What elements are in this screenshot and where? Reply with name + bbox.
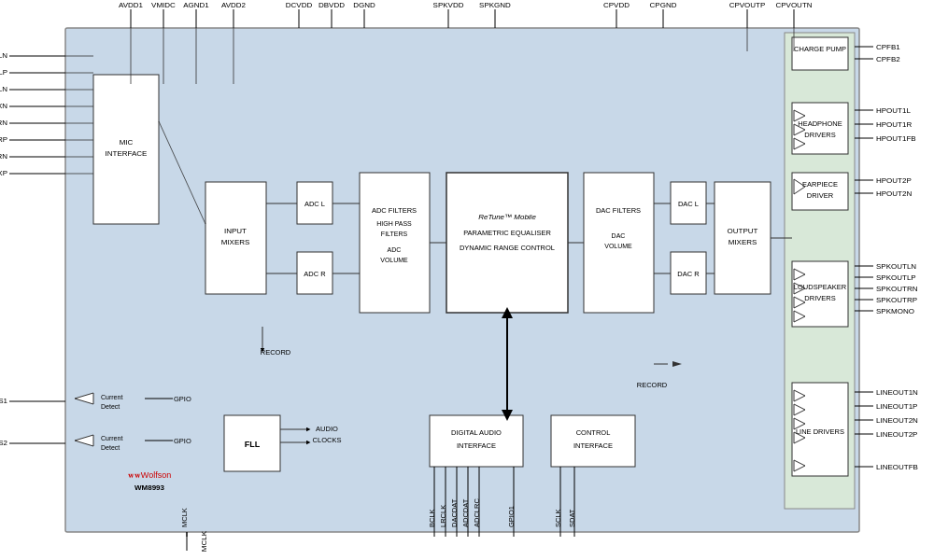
pin-in2lp: IN2LP/VRXN [0, 102, 7, 110]
gpio1-label: GPIO [174, 395, 191, 403]
pin-lineout1p: LINEOUT1P [876, 402, 917, 411]
dai-label: DIGITAL AUDIO [451, 428, 502, 437]
current-detect-2-label: Current [101, 435, 122, 441]
block-diagram: AVDD1 VMIDC AGND1 AVDD2 DCVDD DBVDD DGND… [0, 0, 934, 560]
dac-r-label: DAC R [677, 270, 700, 278]
pin-vmidc: VMIDC [151, 1, 176, 9]
pin-bclk: BCLK [428, 509, 436, 527]
pin-dacdat: DACDAT [450, 498, 459, 527]
pin-hpout2n: HPOUT2N [876, 189, 912, 198]
pin-spkvdd: SPKVDD [433, 1, 464, 9]
pin-hpout1l: HPOUT1L [876, 106, 911, 115]
pin-sclk: SCLK [554, 509, 562, 527]
current-detect-1-label2: Detect [101, 403, 120, 410]
pin-micbias2: MICBIAS2 [0, 439, 8, 447]
current-detect-1-label: Current [101, 394, 122, 400]
pin-in2rn: IN2RN [0, 152, 7, 161]
adc-r-label: ADC R [304, 270, 326, 278]
input-mixers-label: INPUT [224, 227, 247, 235]
dac-volume-label: DAC [612, 232, 626, 239]
audio-clocks-label2: CLOCKS [313, 436, 342, 444]
pin-cpvoutn: CPVOUTN [775, 1, 812, 9]
pin-agnd1: AGND1 [183, 1, 209, 9]
svg-rect-29 [446, 173, 568, 313]
pin-spkgnd: SPKGND [479, 1, 511, 9]
adc-volume-label: ADC [388, 246, 402, 253]
wolfson-logo: 𝐰𝐰Wolfson [128, 470, 171, 480]
pin-lineout2n: LINEOUT2N [876, 416, 918, 425]
pin-lineout1n: LINEOUT1N [876, 388, 918, 397]
adc-l-label: ADC L [304, 200, 325, 208]
pin-spkoutrn: SPKOUTRN [876, 285, 918, 293]
record-label-left: RECORD [261, 348, 291, 357]
pin-adcdat: ADCDAT [461, 498, 470, 527]
pin-cpvoutp: CPVOUTP [729, 1, 766, 9]
current-detect-2-label2: Detect [101, 444, 120, 451]
hpf-label2: FILTERS [381, 231, 408, 237]
adc-filters-label: ADC FILTERS [372, 206, 417, 215]
output-mixers-label: OUTPUT [728, 227, 758, 235]
pin-adclrc: ADCLRC [473, 498, 481, 527]
pin-spkmono: SPKMONO [876, 307, 914, 315]
spk-drivers-label2: DRIVERS [804, 294, 835, 302]
audio-clocks-label: AUDIO [316, 425, 338, 433]
pin-cpfb1: CPFB1 [876, 43, 900, 51]
earpiece-label: EARPIECE [802, 180, 838, 189]
ci-label2: INTERFACE [573, 441, 613, 450]
hpf-label: HIGH PASS [376, 220, 412, 227]
chip-model: WM8993 [134, 483, 165, 492]
pin-in1rp: IN1RP [0, 135, 7, 144]
pin-in2rp: IN2RP/VRXP [0, 169, 7, 177]
dac-l-label: DAC L [678, 200, 699, 208]
dai-label2: INTERFACE [457, 441, 496, 450]
svg-rect-35 [792, 37, 848, 70]
pin-sdat: SDAT [568, 509, 576, 527]
line-drivers-label: LINE DRIVERS [796, 427, 844, 436]
pin-mclk-label: MCLK [180, 508, 189, 527]
pin-hpout1r: HPOUT1R [876, 120, 912, 129]
pin-dcvdd: DCVDD [286, 1, 313, 9]
earpiece-label2: DRIVER [807, 191, 834, 200]
gpio2-label: GPIO [174, 437, 191, 445]
pin-lineout2p: LINEOUT2P [876, 430, 917, 439]
mic-interface-label2: INTERFACE [106, 149, 148, 158]
pin-cpgnd: CPGND [650, 1, 677, 9]
pin-spkoutlp: SPKOUTLP [876, 273, 916, 282]
dac-filters-label: DAC FILTERS [596, 206, 641, 215]
adc-volume-label2: VOLUME [380, 257, 408, 263]
pin-lineoutfb: LINEOUTFB [876, 463, 918, 471]
pin-hpout2p: HPOUT2P [876, 176, 912, 185]
parametric-label: PARAMETRIC EQUALISER [463, 229, 551, 237]
pin-gpio1: GPIO1 [507, 506, 516, 527]
dac-volume-label2: VOLUME [604, 243, 632, 249]
output-mixers-label2: MIXERS [729, 238, 757, 246]
pin-spkoutln: SPKOUTLN [876, 262, 916, 271]
hp-drivers-label2: DRIVERS [804, 131, 835, 139]
hp-drivers-label: HEADPHONE [798, 119, 842, 128]
pin-cpvdd: CPVDD [603, 1, 630, 9]
pin-in1lp: IN1LP [0, 68, 7, 77]
mic-interface-label: MIC [120, 138, 134, 147]
ci-label: CONTROL [576, 428, 611, 437]
fll-label: FLL [245, 440, 261, 449]
pin-in1ln: IN1LN [0, 51, 7, 60]
svg-rect-28 [360, 173, 430, 313]
pin-dbvdd: DBVDD [318, 1, 345, 9]
pin-avdd2: AVDD2 [221, 1, 247, 9]
input-mixers-label2: MIXERS [221, 238, 250, 246]
pin-cpfb2: CPFB2 [876, 55, 900, 63]
record-label-right: RECORD [637, 381, 668, 389]
pin-in1rn: IN1RN [0, 119, 7, 127]
pin-avdd1: AVDD1 [119, 1, 144, 9]
charge-pump-label: CHARGE PUMP [794, 45, 846, 53]
pin-in2ln: IN2LN [0, 85, 7, 93]
pin-hpout1fb: HPOUT1FB [876, 134, 916, 143]
pin-mclk: MCLK [200, 530, 208, 552]
drc-label: DYNAMIC RANGE CONTROL [460, 244, 555, 252]
pin-spkoutrp: SPKOUTRP [876, 296, 917, 304]
pin-micbias1: MICBIAS1 [0, 397, 8, 405]
pin-dgnd: DGND [353, 1, 375, 9]
retune-label: ReTune™ Mobile [478, 213, 536, 221]
pin-lrclk: LRCLK [439, 505, 447, 527]
